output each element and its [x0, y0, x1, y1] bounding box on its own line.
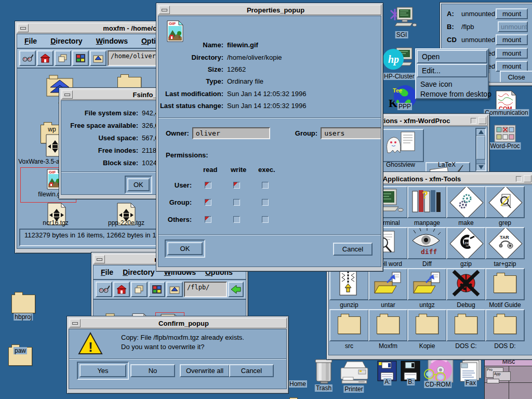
maximize-icon[interactable] — [478, 117, 486, 124]
tool-manpage[interactable]: ? manpage — [408, 186, 446, 227]
tool-grep[interactable]: grep — [486, 186, 524, 227]
scroll-thumb[interactable] — [476, 136, 485, 159]
close-button[interactable]: Close — [500, 71, 532, 83]
menu-file[interactable]: File — [24, 37, 37, 45]
context-menu-remove[interactable]: Remove from desktop — [416, 89, 488, 99]
desktop-icon-label[interactable]: Word-Proc — [489, 142, 521, 150]
desktop-icon-label[interactable]: HP-Cluster — [383, 73, 416, 80]
windows-button[interactable] — [72, 50, 89, 66]
windows-button[interactable] — [149, 282, 165, 297]
scrollbar[interactable] — [475, 128, 486, 171]
tool-untgz[interactable]: untgz — [408, 268, 446, 309]
tool-dos-c[interactable]: DOS C: — [447, 309, 485, 350]
trash-icon[interactable] — [312, 357, 335, 387]
perm-group-exec-checkbox[interactable] — [262, 199, 269, 206]
ok-button[interactable]: OK — [167, 242, 203, 255]
perm-group-write-checkbox[interactable] — [233, 199, 240, 206]
cancel-button[interactable]: Cancel — [229, 364, 274, 377]
maximize-icon[interactable] — [524, 175, 531, 182]
tool-gzip[interactable]: ZIP gzip — [447, 227, 485, 268]
perm-others-write-checkbox[interactable] — [233, 216, 240, 223]
perm-user-read-checkbox[interactable] — [205, 182, 211, 189]
pager-mini-window[interactable] — [487, 379, 499, 383]
overwrite-all-button[interactable]: Overwrite all — [180, 364, 230, 377]
desktop-icon-label[interactable]: A: — [383, 378, 391, 385]
folder-icon[interactable] — [11, 295, 35, 313]
desktop-icon-label[interactable]: PPP — [397, 103, 412, 110]
copy-button[interactable] — [55, 50, 71, 66]
titlebar[interactable]: Properties_popup — [158, 5, 381, 15]
file-label[interactable]: ncr16.tgz — [43, 219, 68, 227]
find-button[interactable] — [96, 282, 112, 297]
unmount-button[interactable]: unmount — [498, 21, 528, 32]
mount-button[interactable]: mount — [496, 61, 528, 72]
mount-button[interactable]: mount — [496, 48, 528, 59]
menu-file[interactable]: File — [101, 268, 113, 276]
copy-button[interactable] — [131, 282, 148, 297]
desktop-icon-label[interactable]: CD-ROM — [424, 381, 451, 388]
minimize-icon[interactable] — [70, 319, 81, 327]
scroll-down-icon[interactable] — [476, 164, 485, 170]
tool-debug[interactable]: Debug — [447, 268, 485, 309]
app-label[interactable]: LaTeX — [438, 161, 456, 168]
context-menu-edit[interactable]: Edit... — [417, 64, 487, 77]
find-button[interactable] — [19, 50, 36, 66]
group-field[interactable]: users — [321, 127, 381, 139]
file-label[interactable]: ppp-220e.tgz — [108, 219, 144, 227]
cancel-button[interactable]: Cancel — [333, 243, 373, 256]
mount-button[interactable]: mount — [496, 34, 528, 45]
tool-kopie[interactable]: Kopie — [408, 309, 446, 350]
desktop-icon-label[interactable]: Fax — [464, 379, 477, 387]
tool-dos-d[interactable]: DOS D: — [486, 309, 524, 350]
desktop-icon-label[interactable]: SGI — [395, 31, 408, 38]
desktop-icon-label[interactable]: Trash — [315, 384, 332, 392]
app-label[interactable]: Ghostview — [386, 161, 415, 168]
mount-button[interactable]: mount — [496, 8, 528, 19]
desktop-icon-label[interactable]: Printer — [343, 385, 364, 393]
hp-cluster-icon[interactable]: hp — [382, 47, 415, 76]
scroll-up-icon[interactable] — [476, 129, 485, 136]
desktop-icon-label[interactable]: paw — [14, 347, 27, 354]
no-button[interactable]: No — [130, 364, 175, 377]
ok-button[interactable]: OK — [127, 178, 150, 191]
tool-diff[interactable]: diff Diff — [408, 227, 446, 268]
perm-others-exec-checkbox[interactable] — [262, 216, 269, 223]
menu-windows[interactable]: Windows — [96, 37, 128, 45]
minimize-icon[interactable] — [159, 6, 170, 14]
app-ghostview-button[interactable] — [379, 129, 424, 162]
path-field[interactable]: /flpb/ — [184, 282, 227, 297]
minimize-icon[interactable] — [94, 255, 105, 263]
updir-button[interactable] — [90, 50, 107, 66]
file-label[interactable]: VoxWare-3.5-a — [18, 158, 60, 165]
context-menu-open[interactable]: Open — [417, 50, 487, 63]
perm-user-exec-checkbox[interactable] — [262, 182, 269, 189]
home-button[interactable] — [113, 282, 130, 297]
word-proc-icon[interactable] — [494, 125, 516, 144]
tool-make[interactable]: make — [447, 186, 485, 227]
perm-others-read-checkbox[interactable] — [205, 216, 211, 223]
desktop-icon-label[interactable]: Home — [288, 380, 307, 388]
owner-field[interactable]: oliver — [192, 127, 270, 139]
context-menu-save-icon[interactable]: Save icon — [416, 78, 488, 89]
home-button[interactable] — [37, 50, 54, 66]
menu-directory[interactable]: Directory — [50, 37, 82, 45]
minimize-icon[interactable] — [18, 24, 29, 32]
tool-src[interactable]: src — [330, 309, 368, 350]
tool-untar[interactable]: untar — [369, 268, 407, 309]
titlebar[interactable]: Confirm_popup — [69, 318, 287, 328]
tool-gunzip[interactable]: gunzip — [330, 268, 368, 309]
minimize-icon[interactable] — [62, 90, 73, 99]
sgi-computer-icon[interactable] — [388, 5, 417, 33]
desktop-icon-label[interactable]: B: — [407, 378, 415, 385]
minimize-icon[interactable] — [516, 176, 522, 182]
printer-icon[interactable] — [338, 360, 370, 388]
menu-directory[interactable]: Directory — [123, 268, 154, 276]
file-label[interactable]: wp — [48, 126, 56, 133]
updir-button[interactable] — [166, 282, 183, 297]
perm-user-write-checkbox[interactable] — [233, 182, 240, 189]
tool-moxfm[interactable]: Moxfm — [369, 309, 407, 350]
tool-motif-guide[interactable]: Motif Guide — [486, 268, 524, 309]
yes-button[interactable]: Yes — [79, 364, 126, 377]
perm-group-read-checkbox[interactable] — [205, 199, 211, 206]
back-arrow-button[interactable] — [228, 282, 244, 297]
